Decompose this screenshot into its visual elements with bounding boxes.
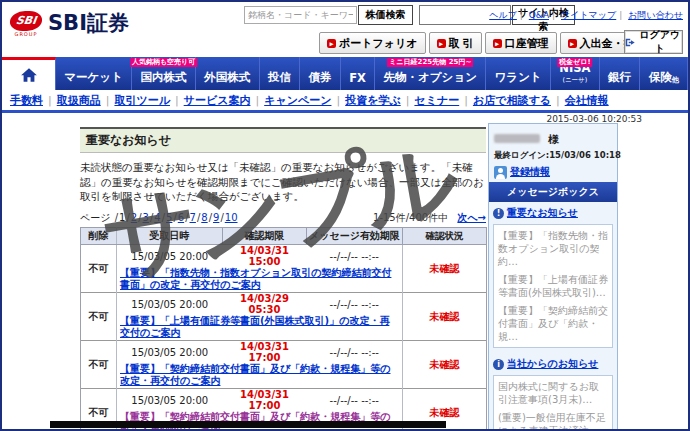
tab-home[interactable] [2,57,56,90]
sitemap-link[interactable]: サイトマップ [561,10,625,20]
trade-button[interactable]: ▸ 取 引 [429,32,482,54]
page-link[interactable]: 9 [208,212,220,223]
message-expiry: --/--/-- --:-- [307,341,403,364]
tab-insurance[interactable]: 保険 他 [640,57,688,90]
status-badge: 未確認 [403,245,487,293]
account-management-button[interactable]: ▸ 口座管理 [485,32,557,54]
account-action-buttons: ▸ ポートフォリオ ▸ 取 引 ▸ 口座管理 ▸ 入出金・振替 [319,32,654,54]
subnav-seminar[interactable]: セミナー [414,93,473,108]
tab-futures-options[interactable]: ミニ日経225先物 25円~ 先物・オプション [375,57,486,90]
contact-link[interactable]: お問い合わせ [628,10,683,20]
utility-links: ヘルプ Q&A サイトマップ お問い合わせ [489,9,683,22]
confirm-deadline: 14/03/31 17:00 [223,389,307,412]
tab-domestic-stocks[interactable]: 人気銘柄も空売り可 国内株式 [132,57,196,90]
company-notices-list: 国内株式に関するお取引注意事項(3月末)… (重要)一般信用在庫不足による売建玉… [493,375,613,429]
tab-nisa[interactable]: 税金ゼロ! NISA (ニーサ) [551,57,600,90]
page-title: 重要なお知らせ [80,127,486,153]
list-item[interactable]: 【重要】「上場有価証券等書面(外国株式取引)… [498,273,608,299]
trade-button-label: 取 引 [449,36,474,51]
message-box-header: メッセージボックス [489,182,617,202]
tab-label: 保険 [649,70,672,85]
subnav-learn[interactable]: 投資を学ぶ [345,93,414,108]
message-link[interactable]: 【重要】「契約締結前交付書面」及び「約款・規程集」等の改定・再交付のご案内 [120,363,390,386]
company-notices-section: i 当社からのお知らせ 国内株式に関するお取引注意事項(3月末)… (重要)一般… [489,353,617,429]
tab-label: 銀行 [608,70,631,85]
help-link[interactable]: ヘルプ [489,10,526,20]
important-notices-section: ! 重要なお知らせ 【重要】「指数先物・指数オプション取引の契約… 【重要】「上… [489,202,617,353]
message-expiry: --/--/-- --:-- [307,293,403,316]
page-link[interactable]: 2 [125,212,137,223]
tab-bank[interactable]: 銀行 [600,57,641,90]
person-icon [494,166,507,179]
list-item[interactable]: (重要)一般信用在庫不足による売建玉決済注文… [498,411,608,429]
subnav-services[interactable]: サービス案内 [184,93,265,108]
subnav-company[interactable]: 会社情報 [565,93,609,108]
list-item[interactable]: 【重要】「契約締結前交付書面」及び「約款・規… [498,304,608,343]
stock-search-input[interactable] [244,6,357,24]
page-current: 1 [114,212,126,223]
list-item[interactable]: 国内株式に関するお取引注意事項(3月末)… [498,380,608,406]
domestic-badge: 人気銘柄も空売り可 [130,58,197,67]
tab-fx[interactable]: FX [341,57,375,90]
message-expiry: --/--/-- --:-- [307,389,403,412]
sbi-logo[interactable]: SBI GROUP SBI証券 [10,11,129,37]
sbi-logo-icon: SBI [9,11,44,31]
list-item[interactable]: 【重要】「指数先物・指数オプション取引の契約… [498,229,608,268]
user-info: 様 最終ログイン:15/03/06 10:18 登録情報 [489,124,617,182]
portfolio-button-label: ポートフォリオ [339,36,418,51]
subnav-consult[interactable]: お店で相談する [473,93,565,108]
received-datetime: 15/03/05 20:00 [117,293,223,316]
qa-link[interactable]: Q&A [529,10,558,20]
important-notices-link[interactable]: 重要なお知らせ [507,206,578,220]
red-square-icon: ▸ [568,39,577,48]
tab-label: FX [349,71,366,85]
portfolio-button[interactable]: ▸ ポートフォリオ [319,32,426,54]
tab-funds[interactable]: 投信 [260,57,301,90]
registration-info-link[interactable]: 登録情報 [510,165,550,179]
tab-warrants[interactable]: ワラント [486,57,551,90]
bottom-black-bar [50,421,446,428]
subnav-products[interactable]: 取扱商品 [57,93,115,108]
pagination-label: ページ [80,212,114,223]
received-datetime: 15/03/05 20:00 [117,389,223,412]
message-link[interactable]: 【重要】「上場有価証券等書面(外国株式取引)」の改定・再交付のご案内 [120,315,389,338]
delete-flag: 不可 [81,293,117,341]
subnav-tools[interactable]: 取引ツール [114,93,183,108]
tab-label: 外国株式 [204,70,250,85]
top-bar: SBI GROUP SBI証券 株価検索 サイト内検索 ヘルプ Q&A サイトマ… [2,2,688,57]
page-link[interactable]: 3 [137,212,149,223]
status-badge: 未確認 [403,293,487,341]
column-header-expiry: メッセージ有効期限 [307,228,403,245]
company-notices-link[interactable]: 当社からのお知らせ [507,357,598,371]
page-link[interactable]: 8 [196,212,208,223]
subnav-fees[interactable]: 手数料 [10,93,57,108]
home-icon [20,67,38,83]
logout-button-label: ログアウト [637,28,682,56]
page-link[interactable]: 6 [172,212,184,223]
subnav-campaign[interactable]: キャンペーン [264,93,345,108]
tab-bonds[interactable]: 債券 [300,57,341,90]
tab-label: マーケット [64,70,123,85]
info-icon: i [493,359,504,370]
page-link[interactable]: 4 [149,212,161,223]
pagination: ページ 12345678910 1-15件/400件中 次へ→ [80,211,486,225]
stock-search-button[interactable]: 株価検索 [358,5,413,25]
page-link[interactable]: 7 [184,212,196,223]
red-square-icon: ▸ [327,39,336,48]
page-content: 2015-03-06 10:20:53 重要なお知らせ 未読状態の重要なお知らせ… [2,113,688,429]
tab-foreign-stocks[interactable]: 外国株式 [196,57,260,90]
page-link[interactable]: 5 [161,212,173,223]
next-page-link[interactable]: 次へ→ [457,212,486,223]
alert-icon: ! [493,208,504,219]
result-count: 1-15件/400件中 [373,212,448,223]
notice-description: 未読状態の重要なお知らせ又は「未確認」の重要なお知らせがございます。「未確認」の… [80,160,486,204]
page-link[interactable]: 10 [219,212,237,223]
last-login-time: 15/03/06 10:18 [549,150,621,160]
confirm-deadline: 14/03/31 17:00 [223,341,307,364]
tab-label: 債券 [309,70,332,85]
logout-button[interactable]: ログアウト [624,30,683,54]
tab-label: 国内株式 [141,70,187,85]
tab-market[interactable]: マーケット [56,57,132,90]
account-button-label: 口座管理 [505,36,549,51]
message-link[interactable]: 【重要】「指数先物・指数オプション取引の契約締結前交付書面」の改定・再交付のご案… [120,267,391,290]
